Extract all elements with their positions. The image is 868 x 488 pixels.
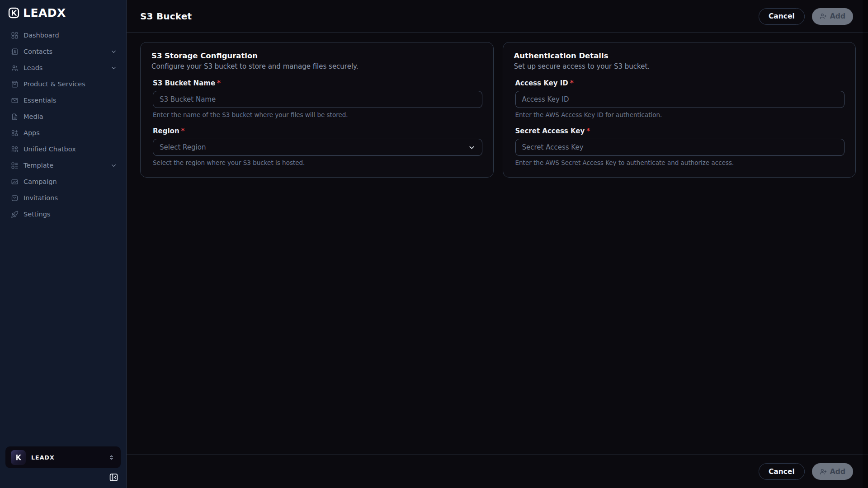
invitation-mail-icon: [11, 194, 19, 202]
secret-key-field: Secret Access Key* Enter the AWS Secret …: [514, 127, 845, 166]
file-icon: [11, 113, 19, 121]
sidebar-item-label: Contacts: [24, 48, 52, 55]
brand-name: LEADX: [23, 6, 66, 19]
workspace-switcher[interactable]: LEADX: [5, 446, 121, 468]
bucket-name-input[interactable]: [153, 91, 482, 108]
sidebar-item-invitations[interactable]: Invitations: [0, 190, 126, 206]
user-plus-icon: [820, 468, 827, 475]
sidebar-item-contacts[interactable]: Contacts: [0, 43, 126, 60]
card-subtitle: Configure your S3 bucket to store and ma…: [151, 62, 482, 70]
region-select-value: Select Region: [160, 143, 206, 151]
field-label: Access Key ID*: [515, 79, 845, 87]
page-title: S3 Bucket: [140, 11, 192, 22]
sidebar-item-label: Unified Chatbox: [24, 145, 76, 153]
field-helper-text: Enter the AWS Access Key ID for authenti…: [515, 111, 845, 118]
sidebar-item-leads[interactable]: Leads: [0, 60, 126, 76]
sidebar-item-label: Media: [24, 113, 43, 120]
card-title: Authentication Details: [514, 52, 845, 60]
field-helper-text: Select the region where your S3 bucket i…: [153, 159, 482, 166]
sidebar-item-apps[interactable]: Apps: [0, 125, 126, 141]
field-helper-text: Enter the name of the S3 bucket where yo…: [153, 111, 482, 118]
sidebar-item-label: Apps: [24, 129, 40, 136]
brand-logo-icon: [8, 7, 19, 19]
chevron-down-icon: [468, 144, 476, 151]
secret-key-input[interactable]: [515, 139, 845, 156]
sidebar-footer: LEADX: [0, 446, 126, 488]
chevron-down-icon: [110, 48, 117, 55]
sidebar-item-product-services[interactable]: Product & Services: [0, 76, 126, 92]
brand-logo[interactable]: LEADX: [0, 0, 126, 21]
field-helper-text: Enter the AWS Secret Access Key to authe…: [515, 159, 845, 166]
grid-icon: [11, 145, 19, 153]
form-content: S3 Storage Configuration Configure your …: [127, 33, 868, 455]
bucket-name-field: S3 Bucket Name* Enter the name of the S3…: [151, 79, 482, 118]
sidebar-item-label: Settings: [24, 211, 50, 218]
header-actions: Cancel Add: [759, 8, 853, 25]
region-field: Region* Select Region Select the region …: [151, 127, 482, 166]
campaign-icon: [11, 178, 19, 186]
required-asterisk: *: [217, 79, 221, 87]
sidebar-item-label: Dashboard: [24, 32, 59, 39]
sidebar-collapse-icon[interactable]: [109, 473, 118, 482]
rocket-icon: [11, 211, 19, 218]
leads-icon: [11, 64, 19, 72]
sidebar-item-essentials[interactable]: Essentials: [0, 92, 126, 108]
sidebar-item-label: Template: [24, 162, 53, 169]
add-button-label: Add: [830, 12, 845, 20]
required-asterisk: *: [586, 127, 590, 135]
footer-action-bar: Cancel Add: [127, 455, 868, 488]
chevrons-up-down-icon: [108, 454, 115, 461]
user-plus-icon: [820, 13, 827, 20]
card-subtitle: Set up secure access to your S3 bucket.: [514, 62, 845, 70]
s3-storage-card: S3 Storage Configuration Configure your …: [140, 42, 494, 178]
sidebar-item-media[interactable]: Media: [0, 108, 126, 125]
collapse-row: [0, 468, 126, 488]
main-area: S3 Bucket Cancel Add S3 Storage Configur…: [127, 0, 868, 488]
required-asterisk: *: [570, 79, 574, 87]
sidebar-item-label: Campaign: [24, 178, 57, 185]
sidebar-item-unified-chatbox[interactable]: Unified Chatbox: [0, 141, 126, 157]
sidebar-item-dashboard[interactable]: Dashboard: [0, 27, 126, 43]
card-title: S3 Storage Configuration: [151, 52, 482, 60]
cancel-button[interactable]: Cancel: [759, 8, 805, 25]
sidebar-nav: Dashboard Contacts Leads Product & Servi…: [0, 27, 126, 222]
sidebar-item-label: Essentials: [24, 97, 57, 104]
layout-list-icon: [11, 162, 19, 169]
field-label: Region*: [153, 127, 482, 135]
sidebar-item-settings[interactable]: Settings: [0, 206, 126, 222]
dashboard-icon: [11, 32, 19, 39]
sidebar-item-label: Product & Services: [24, 80, 85, 88]
chevron-down-icon: [110, 162, 117, 169]
field-label: S3 Bucket Name*: [153, 79, 482, 87]
mail-icon: [11, 97, 19, 104]
chevron-down-icon: [110, 65, 117, 71]
sidebar-item-template[interactable]: Template: [0, 157, 126, 174]
contacts-icon: [11, 48, 19, 56]
access-key-field: Access Key ID* Enter the AWS Access Key …: [514, 79, 845, 118]
shopping-bag-icon: [11, 80, 19, 88]
add-button-bottom[interactable]: Add: [812, 463, 853, 480]
field-label: Secret Access Key*: [515, 127, 845, 135]
cancel-button-bottom[interactable]: Cancel: [759, 463, 805, 480]
region-select[interactable]: Select Region: [153, 139, 482, 156]
sidebar-item-campaign[interactable]: Campaign: [0, 174, 126, 190]
sidebar: LEADX Dashboard Contacts Leads Product &…: [0, 0, 127, 488]
authentication-card: Authentication Details Set up secure acc…: [503, 42, 856, 178]
add-button[interactable]: Add: [812, 8, 853, 25]
page-header: S3 Bucket Cancel Add: [127, 0, 868, 33]
access-key-input[interactable]: [515, 91, 845, 108]
workspace-name: LEADX: [31, 454, 55, 461]
apps-grid-plus-icon: [11, 129, 19, 137]
app-window: LEADX Dashboard Contacts Leads Product &…: [0, 0, 868, 488]
required-asterisk: *: [181, 127, 185, 135]
workspace-avatar: [11, 450, 26, 465]
add-button-label: Add: [830, 468, 845, 476]
sidebar-item-label: Leads: [24, 64, 42, 71]
sidebar-item-label: Invitations: [24, 194, 58, 202]
scrollbar-gutter[interactable]: [863, 0, 868, 488]
